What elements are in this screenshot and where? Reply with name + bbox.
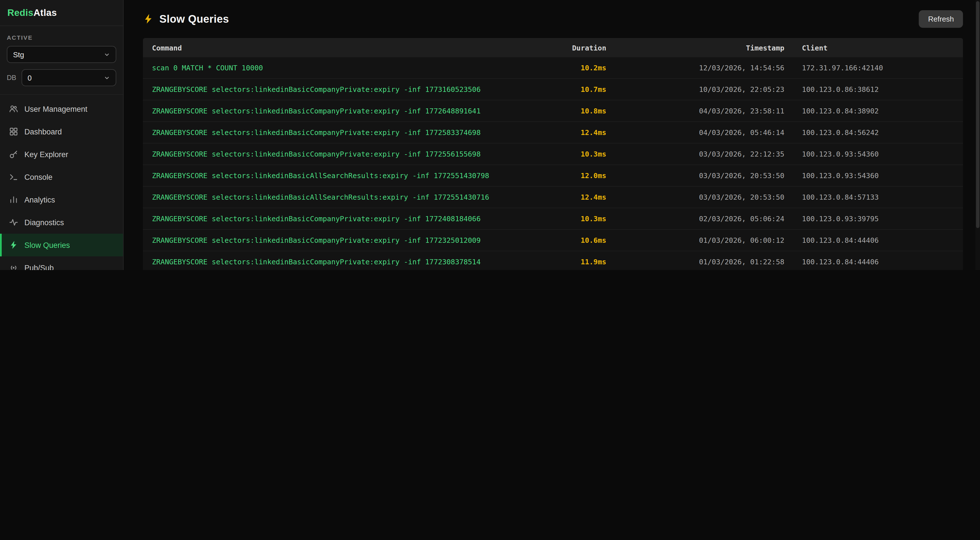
- page-title: Slow Queries: [159, 13, 229, 25]
- client-cell: 172.31.97.166:42140: [784, 64, 954, 72]
- column-header-duration: Duration: [515, 43, 606, 52]
- client-cell: 100.123.0.84:56242: [784, 128, 954, 137]
- db-select-row: DB 0: [7, 69, 116, 86]
- slow-queries-table: CommandDurationTimestampClient scan 0 MA…: [143, 38, 963, 270]
- sidebar-item-label: Pub/Sub: [24, 263, 54, 270]
- main-content: Slow Queries Refresh CommandDurationTime…: [124, 0, 980, 270]
- sidebar-item-label: Diagnostics: [24, 218, 64, 226]
- duration-cell: 12.4ms: [515, 193, 606, 201]
- dashboard-icon: [9, 127, 18, 136]
- duration-cell: 12.0ms: [515, 171, 606, 180]
- command-cell: ZRANGEBYSCORE selectors:linkedinBasicCom…: [152, 258, 515, 266]
- logo-atlas-text: Atlas: [33, 7, 57, 18]
- environment-select[interactable]: Stg: [7, 46, 116, 63]
- command-cell: scan 0 MATCH * COUNT 10000: [152, 64, 515, 72]
- table-row[interactable]: ZRANGEBYSCORE selectors:linkedinBasicCom…: [143, 230, 963, 251]
- duration-cell: 10.8ms: [515, 107, 606, 115]
- sidebar-nav: User ManagementDashboardKey ExplorerCons…: [0, 95, 123, 270]
- table-body: scan 0 MATCH * COUNT 1000010.2ms12/03/20…: [143, 57, 963, 270]
- sidebar-item-label: Console: [24, 173, 52, 181]
- sidebar: RedisAtlas ACTIVE Stg DB 0 User Manag: [0, 0, 124, 270]
- db-label: DB: [7, 74, 16, 82]
- users-icon: [9, 104, 18, 113]
- sidebar-item-slow-queries[interactable]: Slow Queries: [0, 234, 123, 256]
- sidebar-item-user-management[interactable]: User Management: [0, 97, 123, 120]
- command-cell: ZRANGEBYSCORE selectors:linkedinBasicCom…: [152, 236, 515, 244]
- client-cell: 100.123.0.93:54360: [784, 171, 954, 180]
- app-window: RedisAtlas ACTIVE Stg DB 0 User Manag: [0, 0, 980, 270]
- chevron-down-icon: [104, 75, 110, 81]
- client-cell: 100.123.0.93:54360: [784, 150, 954, 158]
- environment-select-value: Stg: [13, 50, 24, 59]
- timestamp-cell: 04/03/2026, 23:58:11: [606, 107, 784, 115]
- table-header-row: CommandDurationTimestampClient: [143, 38, 963, 57]
- sidebar-item-label: Slow Queries: [24, 241, 70, 249]
- duration-cell: 10.2ms: [515, 64, 606, 72]
- table-row[interactable]: ZRANGEBYSCORE selectors:linkedinBasicAll…: [143, 165, 963, 186]
- duration-cell: 11.9ms: [515, 258, 606, 266]
- bolt-icon: [143, 14, 154, 24]
- timestamp-cell: 10/03/2026, 22:05:23: [606, 85, 784, 94]
- activity-icon: [9, 218, 18, 227]
- bar-chart-icon: [9, 195, 18, 204]
- bolt-icon: [9, 241, 18, 250]
- duration-cell: 10.3ms: [515, 150, 606, 158]
- timestamp-cell: 02/03/2026, 05:06:24: [606, 214, 784, 223]
- active-section-label: ACTIVE: [7, 34, 116, 41]
- db-select-value: 0: [27, 73, 32, 82]
- scrollbar[interactable]: [975, 0, 980, 270]
- command-cell: ZRANGEBYSCORE selectors:linkedinBasicAll…: [152, 171, 515, 180]
- command-cell: ZRANGEBYSCORE selectors:linkedinBasicAll…: [152, 193, 515, 201]
- app-logo: RedisAtlas: [0, 0, 123, 26]
- client-cell: 100.123.0.86:38612: [784, 85, 954, 94]
- timestamp-cell: 03/03/2026, 22:12:35: [606, 150, 784, 158]
- sidebar-item-label: User Management: [24, 105, 88, 113]
- table-row[interactable]: ZRANGEBYSCORE selectors:linkedinBasicCom…: [143, 122, 963, 143]
- sidebar-item-label: Dashboard: [24, 127, 62, 136]
- table-row[interactable]: ZRANGEBYSCORE selectors:linkedinBasicAll…: [143, 186, 963, 208]
- client-cell: 100.123.0.93:39795: [784, 214, 954, 223]
- sidebar-item-label: Key Explorer: [24, 150, 68, 159]
- table-row[interactable]: ZRANGEBYSCORE selectors:linkedinBasicCom…: [143, 79, 963, 100]
- table-row[interactable]: scan 0 MATCH * COUNT 1000010.2ms12/03/20…: [143, 57, 963, 79]
- duration-cell: 10.7ms: [515, 85, 606, 94]
- sidebar-item-label: Analytics: [24, 195, 55, 204]
- sidebar-item-diagnostics[interactable]: Diagnostics: [0, 211, 123, 234]
- table-row[interactable]: ZRANGEBYSCORE selectors:linkedinBasicCom…: [143, 208, 963, 230]
- sidebar-controls: ACTIVE Stg DB 0: [0, 26, 123, 95]
- refresh-button[interactable]: Refresh: [919, 10, 963, 28]
- client-cell: 100.123.0.84:57133: [784, 193, 954, 201]
- client-cell: 100.123.0.84:38902: [784, 107, 954, 115]
- terminal-icon: [9, 172, 18, 182]
- key-icon: [9, 150, 18, 159]
- timestamp-cell: 03/03/2026, 20:53:50: [606, 171, 784, 180]
- timestamp-cell: 01/03/2026, 06:00:12: [606, 236, 784, 244]
- page-title-wrap: Slow Queries: [143, 13, 229, 25]
- page-header: Slow Queries Refresh: [124, 0, 980, 38]
- timestamp-cell: 12/03/2026, 14:54:56: [606, 64, 784, 72]
- sidebar-item-console[interactable]: Console: [0, 166, 123, 188]
- command-cell: ZRANGEBYSCORE selectors:linkedinBasicCom…: [152, 85, 515, 94]
- logo-redis-text: Redis: [7, 7, 33, 18]
- column-header-command: Command: [152, 43, 515, 52]
- column-header-client: Client: [784, 43, 954, 52]
- broadcast-icon: [9, 263, 18, 270]
- duration-cell: 10.6ms: [515, 236, 606, 244]
- command-cell: ZRANGEBYSCORE selectors:linkedinBasicCom…: [152, 128, 515, 137]
- scrollbar-thumb[interactable]: [976, 1, 980, 228]
- sidebar-item-key-explorer[interactable]: Key Explorer: [0, 143, 123, 166]
- db-select[interactable]: 0: [21, 69, 116, 86]
- sidebar-item-dashboard[interactable]: Dashboard: [0, 120, 123, 143]
- table-row[interactable]: ZRANGEBYSCORE selectors:linkedinBasicCom…: [143, 143, 963, 165]
- command-cell: ZRANGEBYSCORE selectors:linkedinBasicCom…: [152, 214, 515, 223]
- command-cell: ZRANGEBYSCORE selectors:linkedinBasicCom…: [152, 150, 515, 158]
- duration-cell: 12.4ms: [515, 128, 606, 137]
- duration-cell: 10.3ms: [515, 214, 606, 223]
- sidebar-item-pub-sub[interactable]: Pub/Sub: [0, 256, 123, 270]
- table-row[interactable]: ZRANGEBYSCORE selectors:linkedinBasicCom…: [143, 100, 963, 122]
- table-row[interactable]: ZRANGEBYSCORE selectors:linkedinBasicCom…: [143, 251, 963, 270]
- timestamp-cell: 01/03/2026, 01:22:58: [606, 258, 784, 266]
- client-cell: 100.123.0.84:44406: [784, 236, 954, 244]
- timestamp-cell: 03/03/2026, 20:53:50: [606, 193, 784, 201]
- sidebar-item-analytics[interactable]: Analytics: [0, 188, 123, 211]
